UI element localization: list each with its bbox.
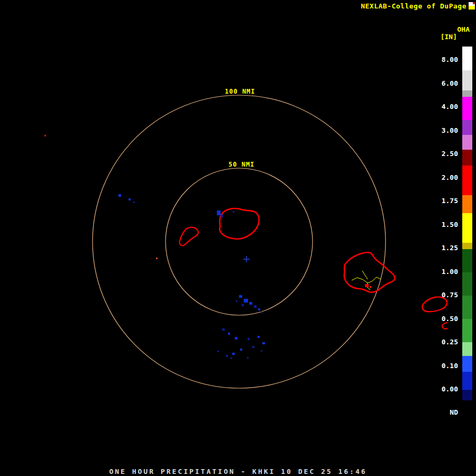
- ring-label-100nmi: 100 NMI: [225, 88, 255, 95]
- precip-pixel: [242, 304, 244, 306]
- coastline-fragment-right-edge: [442, 323, 447, 329]
- precip-pixel: [249, 302, 252, 305]
- island-outline-maui: [219, 208, 259, 239]
- precip-pixel: [239, 295, 242, 298]
- precip-pixel: [262, 342, 265, 344]
- precip-pixel: [370, 286, 371, 288]
- cod-logo-icon: [469, 2, 475, 10]
- precip-pixel: [235, 337, 237, 340]
- range-ring-100nmi: [93, 95, 386, 388]
- island-outline-east-partial: [422, 297, 447, 312]
- precip-pixel: [133, 202, 135, 203]
- precip-pixel: [231, 358, 232, 359]
- island-outline-lanai: [179, 227, 198, 246]
- precip-pixel: [226, 355, 228, 357]
- precip-layer: [44, 135, 371, 359]
- precip-pixel: [44, 135, 46, 136]
- precip-pixel: [365, 284, 369, 287]
- brand-bar: NEXLAB-College of DuPage: [361, 2, 475, 10]
- radar-screen: NEXLAB-College of DuPage 100 NMI 50 NMI …: [0, 0, 476, 476]
- product-caption: ONE HOUR PRECIPITATION - KHKI 10 DEC 25 …: [0, 468, 476, 475]
- precip-pixel: [156, 258, 158, 259]
- precip-pixel: [118, 194, 121, 197]
- precip-pixel: [252, 346, 254, 348]
- precip-pixel: [233, 211, 234, 213]
- precip-pixel: [258, 336, 260, 338]
- island-outline-oahu: [344, 252, 395, 292]
- radar-site-marker: [243, 256, 250, 262]
- precip-pixel: [254, 305, 257, 308]
- precip-pixel: [217, 210, 221, 215]
- precip-pixel: [261, 312, 262, 313]
- ring-label-50nmi: 50 NMI: [228, 161, 254, 168]
- precip-pixel: [248, 338, 250, 340]
- precip-pixel: [222, 328, 225, 331]
- precip-pixel: [244, 299, 248, 303]
- precip-pixel: [247, 357, 249, 359]
- precip-pixel: [261, 350, 262, 352]
- precip-pixel: [228, 333, 230, 335]
- precip-pixel: [240, 349, 242, 351]
- brand-title: NEXLAB-College of DuPage: [361, 2, 466, 10]
- precip-pixel: [236, 300, 237, 302]
- precip-pixel: [221, 215, 223, 217]
- precip-pixel: [258, 308, 260, 310]
- precip-pixel: [232, 353, 235, 355]
- precip-pixel: [129, 198, 131, 200]
- radar-map: 100 NMI 50 NMI: [0, 0, 476, 476]
- precip-pixel: [217, 351, 219, 352]
